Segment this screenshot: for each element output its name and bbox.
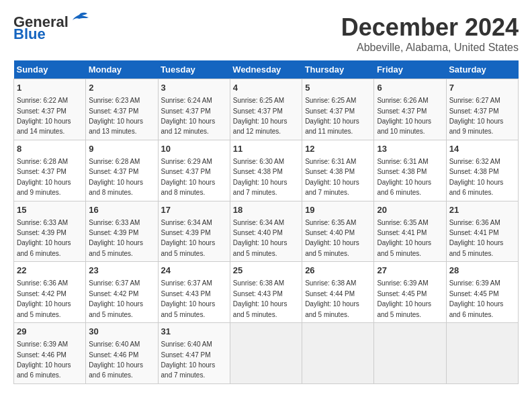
day-detail: Sunrise: 6:30 AMSunset: 4:38 PMDaylight:… (233, 158, 287, 196)
calendar-cell: 2 Sunrise: 6:23 AMSunset: 4:37 PMDayligh… (86, 79, 158, 140)
header-tuesday: Tuesday (158, 60, 230, 79)
calendar-cell: 3 Sunrise: 6:24 AMSunset: 4:37 PMDayligh… (158, 79, 230, 140)
day-detail: Sunrise: 6:34 AMSunset: 4:40 PMDaylight:… (233, 219, 287, 257)
calendar-week-4: 22 Sunrise: 6:36 AMSunset: 4:42 PMDaylig… (14, 262, 519, 323)
calendar-cell: 25 Sunrise: 6:38 AMSunset: 4:43 PMDaylig… (230, 262, 302, 323)
day-number: 4 (233, 82, 299, 94)
day-detail: Sunrise: 6:34 AMSunset: 4:39 PMDaylight:… (161, 219, 216, 257)
calendar-cell: 23 Sunrise: 6:37 AMSunset: 4:42 PMDaylig… (86, 262, 158, 323)
day-number: 29 (17, 326, 83, 338)
day-detail: Sunrise: 6:38 AMSunset: 4:44 PMDaylight:… (305, 279, 359, 318)
day-number: 23 (89, 265, 154, 277)
calendar-cell: 26 Sunrise: 6:38 AMSunset: 4:44 PMDaylig… (302, 262, 374, 323)
calendar-cell: 24 Sunrise: 6:37 AMSunset: 4:43 PMDaylig… (158, 262, 230, 323)
calendar-cell: 20 Sunrise: 6:35 AMSunset: 4:41 PMDaylig… (374, 201, 446, 262)
calendar-cell: 19 Sunrise: 6:35 AMSunset: 4:40 PMDaylig… (302, 201, 374, 262)
calendar-cell: 30 Sunrise: 6:40 AMSunset: 4:46 PMDaylig… (86, 323, 158, 384)
calendar-cell: 11 Sunrise: 6:30 AMSunset: 4:38 PMDaylig… (230, 140, 302, 201)
day-detail: Sunrise: 6:23 AMSunset: 4:37 PMDaylight:… (89, 97, 143, 135)
day-detail: Sunrise: 6:36 AMSunset: 4:41 PMDaylight:… (449, 219, 504, 257)
day-number: 16 (89, 204, 154, 216)
day-detail: Sunrise: 6:37 AMSunset: 4:42 PMDaylight:… (89, 279, 143, 318)
day-detail: Sunrise: 6:38 AMSunset: 4:43 PMDaylight:… (233, 279, 287, 318)
calendar-cell: 15 Sunrise: 6:33 AMSunset: 4:39 PMDaylig… (14, 201, 86, 262)
calendar-cell: 8 Sunrise: 6:28 AMSunset: 4:37 PMDayligh… (14, 140, 86, 201)
calendar-week-5: 29 Sunrise: 6:39 AMSunset: 4:46 PMDaylig… (14, 323, 519, 384)
day-detail: Sunrise: 6:33 AMSunset: 4:39 PMDaylight:… (89, 219, 143, 257)
day-number: 22 (17, 265, 83, 277)
logo-bird-icon (70, 12, 89, 27)
day-detail: Sunrise: 6:40 AMSunset: 4:47 PMDaylight:… (161, 340, 216, 379)
calendar-cell: 13 Sunrise: 6:31 AMSunset: 4:38 PMDaylig… (374, 140, 446, 201)
calendar-cell: 27 Sunrise: 6:39 AMSunset: 4:45 PMDaylig… (374, 262, 446, 323)
day-number: 28 (449, 265, 515, 277)
calendar-cell: 14 Sunrise: 6:32 AMSunset: 4:38 PMDaylig… (446, 140, 518, 201)
title-block: December 2024 Abbeville, Alabama, United… (341, 13, 519, 54)
day-detail: Sunrise: 6:24 AMSunset: 4:37 PMDaylight:… (161, 97, 216, 135)
day-detail: Sunrise: 6:39 AMSunset: 4:46 PMDaylight:… (17, 340, 71, 379)
calendar-cell: 12 Sunrise: 6:31 AMSunset: 4:38 PMDaylig… (302, 140, 374, 201)
header-friday: Friday (374, 60, 446, 79)
day-detail: Sunrise: 6:36 AMSunset: 4:42 PMDaylight:… (17, 279, 71, 318)
day-number: 31 (161, 326, 227, 338)
day-number: 21 (449, 204, 515, 216)
calendar-cell (446, 323, 518, 384)
calendar-cell: 17 Sunrise: 6:34 AMSunset: 4:39 PMDaylig… (158, 201, 230, 262)
calendar-week-1: 1 Sunrise: 6:22 AMSunset: 4:37 PMDayligh… (14, 79, 519, 140)
calendar-cell: 4 Sunrise: 6:25 AMSunset: 4:37 PMDayligh… (230, 79, 302, 140)
day-number: 12 (305, 143, 371, 155)
day-number: 18 (233, 204, 299, 216)
calendar-cell (302, 323, 374, 384)
calendar-cell: 7 Sunrise: 6:27 AMSunset: 4:37 PMDayligh… (446, 79, 518, 140)
calendar-cell: 18 Sunrise: 6:34 AMSunset: 4:40 PMDaylig… (230, 201, 302, 262)
logo: General Blue (13, 13, 89, 43)
calendar-cell: 28 Sunrise: 6:39 AMSunset: 4:45 PMDaylig… (446, 262, 518, 323)
day-number: 24 (161, 265, 227, 277)
calendar-cell: 9 Sunrise: 6:28 AMSunset: 4:37 PMDayligh… (86, 140, 158, 201)
header-saturday: Saturday (446, 60, 518, 79)
day-number: 14 (449, 143, 515, 155)
page-title: December 2024 (341, 13, 519, 42)
day-detail: Sunrise: 6:28 AMSunset: 4:37 PMDaylight:… (89, 158, 143, 196)
calendar-cell (374, 323, 446, 384)
page-header: General Blue December 2024 Abbeville, Al… (13, 13, 519, 54)
day-detail: Sunrise: 6:29 AMSunset: 4:37 PMDaylight:… (161, 158, 216, 196)
day-detail: Sunrise: 6:28 AMSunset: 4:37 PMDaylight:… (17, 158, 71, 196)
calendar-cell: 10 Sunrise: 6:29 AMSunset: 4:37 PMDaylig… (158, 140, 230, 201)
calendar-cell: 1 Sunrise: 6:22 AMSunset: 4:37 PMDayligh… (14, 79, 86, 140)
calendar-cell: 21 Sunrise: 6:36 AMSunset: 4:41 PMDaylig… (446, 201, 518, 262)
day-detail: Sunrise: 6:25 AMSunset: 4:37 PMDaylight:… (233, 97, 287, 135)
day-detail: Sunrise: 6:39 AMSunset: 4:45 PMDaylight:… (449, 279, 504, 318)
calendar-header-row: SundayMondayTuesdayWednesdayThursdayFrid… (14, 60, 519, 79)
day-detail: Sunrise: 6:26 AMSunset: 4:37 PMDaylight:… (377, 97, 431, 135)
day-number: 2 (89, 82, 154, 94)
day-number: 27 (377, 265, 443, 277)
day-detail: Sunrise: 6:27 AMSunset: 4:37 PMDaylight:… (449, 97, 504, 135)
day-number: 8 (17, 143, 83, 155)
day-number: 15 (17, 204, 83, 216)
calendar-week-2: 8 Sunrise: 6:28 AMSunset: 4:37 PMDayligh… (14, 140, 519, 201)
day-number: 5 (305, 82, 371, 94)
day-detail: Sunrise: 6:31 AMSunset: 4:38 PMDaylight:… (377, 158, 431, 196)
day-detail: Sunrise: 6:35 AMSunset: 4:41 PMDaylight:… (377, 219, 431, 257)
calendar-cell: 22 Sunrise: 6:36 AMSunset: 4:42 PMDaylig… (14, 262, 86, 323)
day-number: 3 (161, 82, 227, 94)
calendar-cell: 16 Sunrise: 6:33 AMSunset: 4:39 PMDaylig… (86, 201, 158, 262)
day-detail: Sunrise: 6:31 AMSunset: 4:38 PMDaylight:… (305, 158, 359, 196)
day-detail: Sunrise: 6:25 AMSunset: 4:37 PMDaylight:… (305, 97, 359, 135)
day-number: 17 (161, 204, 227, 216)
day-number: 26 (305, 265, 371, 277)
day-number: 25 (233, 265, 299, 277)
calendar-cell: 5 Sunrise: 6:25 AMSunset: 4:37 PMDayligh… (302, 79, 374, 140)
day-detail: Sunrise: 6:40 AMSunset: 4:46 PMDaylight:… (89, 340, 143, 379)
day-number: 6 (377, 82, 443, 94)
day-detail: Sunrise: 6:33 AMSunset: 4:39 PMDaylight:… (17, 219, 71, 257)
day-number: 7 (449, 82, 515, 94)
calendar-cell: 31 Sunrise: 6:40 AMSunset: 4:47 PMDaylig… (158, 323, 230, 384)
page-subtitle: Abbeville, Alabama, United States (341, 42, 519, 54)
calendar-table: SundayMondayTuesdayWednesdayThursdayFrid… (13, 60, 519, 384)
logo-blue: Blue (13, 26, 46, 43)
day-number: 1 (17, 82, 83, 94)
day-detail: Sunrise: 6:32 AMSunset: 4:38 PMDaylight:… (449, 158, 504, 196)
day-number: 13 (377, 143, 443, 155)
